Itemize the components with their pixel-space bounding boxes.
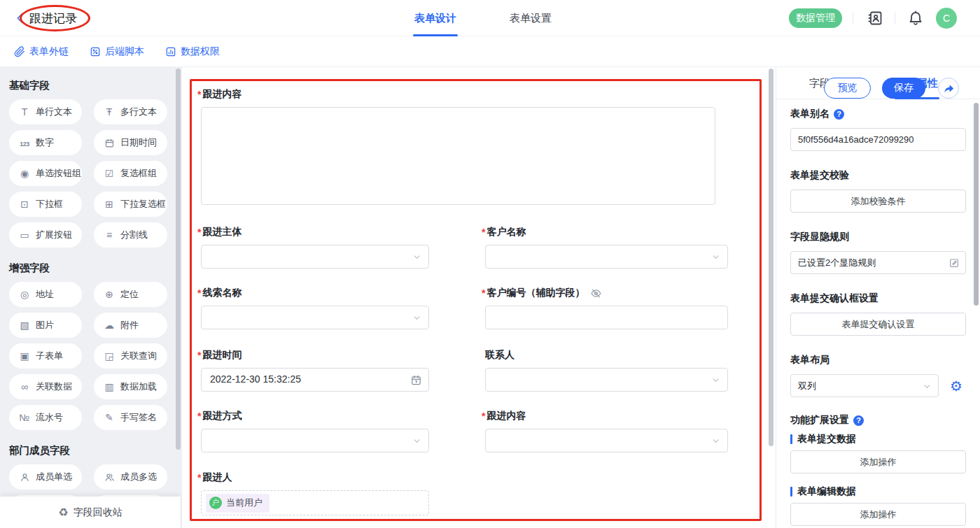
chevron-down-icon [922,381,932,392]
followup-method-select[interactable] [201,429,429,452]
canvas-scrollbar[interactable] [769,69,774,446]
current-user-tag[interactable]: 户 当前用户 [206,494,270,513]
sidebar-item-member-multi[interactable]: 成员多选 [94,464,167,490]
confirm-dialog-button[interactable]: 表单提交确认设置 [790,313,966,336]
sidebar-item-attachment[interactable]: ☁附件 [94,313,167,338]
sidebar-item-member-single[interactable]: 成员单选 [9,464,82,490]
sidebar-item-select[interactable]: ⊡下拉框 [9,192,82,217]
share-arrow-icon [943,83,955,94]
visibility-rules-section: 字段显隐规则 已设置2个显隐规则 [790,231,966,274]
form-designer-app: 跟进记录 表单设计 表单设置 数据管理 C 表单外链 后端脚本 数据权限 预览 … [0,0,980,528]
visibility-rules-value: 已设置2个显隐规则 [798,257,876,269]
label-text: 表单编辑数据 [797,485,856,498]
enhanced-fields-grid: ◎地址 ⊕定位 ▧图片 ☁附件 ▣子表单 ◲关联查询 ∞关联数据 ▥数据加载 №… [9,282,182,430]
sidebar-item-checkbox-group[interactable]: ☑复选框组 [94,161,167,186]
label-text: 跟进主体 [202,226,241,238]
sidebar-item-signature[interactable]: ✎手写签名 [94,405,167,430]
followup-subject-select[interactable] [201,245,429,269]
help-icon[interactable]: ? [834,109,844,120]
sidebar-item-datetime[interactable]: 日期时间 [94,130,167,155]
sidebar-item-multi-text[interactable]: Ŧ多行文本 [94,99,167,124]
datetime-value: 2022-12-30 15:32:25 [210,373,301,385]
basic-fields-grid: T单行文本 Ŧ多行文本 123数字 日期时间 ◉单选按钮组 ☑复选框组 ⊡下拉框… [9,99,182,248]
sidebar-item-ext-button[interactable]: ▭扩展按钮 [9,222,82,248]
followup-time-datepicker[interactable]: 2022-12-30 15:32:25 [201,368,429,392]
sidebar-item-data-load[interactable]: ▥数据加载 [94,374,167,399]
tab-form-design[interactable]: 表单设计 [407,0,463,36]
visibility-rules-box[interactable]: 已设置2个显隐规则 [790,251,966,274]
sidebar-item-radio-group[interactable]: ◉单选按钮组 [9,161,82,186]
sidebar-item-related-query[interactable]: ◲关联查询 [94,343,167,369]
multi-text-icon: Ŧ [103,107,115,117]
sidebar-scrollbar[interactable] [176,69,181,450]
preview-button[interactable]: 预览 [824,78,871,99]
field-palette-sidebar: 基础字段 T单行文本 Ŧ多行文本 123数字 日期时间 ◉单选按钮组 ☑复选框组… [0,67,182,528]
item-label: 附件 [120,319,139,331]
number-icon: 123 [18,138,31,148]
header-divider [853,12,853,24]
form-alias-input[interactable]: 5f0f556d4a16adce72099290 [790,128,966,151]
sidebar-item-divider[interactable]: ≡分割线 [94,222,167,248]
share-button[interactable] [938,78,959,99]
image-icon: ▧ [18,320,31,330]
tab-form-settings[interactable]: 表单设置 [503,0,559,36]
checkbox-group-icon: ☑ [103,169,115,178]
submit-check-section: 表单提交校验 添加校验条件 [790,169,966,213]
sidebar-item-serial[interactable]: №流水号 [9,405,82,430]
back-icon[interactable] [14,12,27,24]
add-action-edit-button[interactable]: 添加操作 [790,503,966,526]
item-label: 数据加载 [120,380,157,393]
sidebar-item-number[interactable]: 123数字 [9,130,82,155]
item-label: 流水号 [36,411,63,424]
panel-body: 表单别名? 5f0f556d4a16adce72099290 表单提交校验 添加… [776,99,980,526]
edit-data-group-label: 表单编辑数据 [790,485,966,498]
data-manage-button[interactable]: 数据管理 [789,8,842,28]
gear-icon[interactable]: ⚙ [950,379,962,393]
bell-icon[interactable] [907,10,924,27]
item-label: 分割线 [120,229,148,241]
followup-content-select[interactable] [485,429,728,452]
group-bar [790,434,792,444]
label-text: 联系人 [485,349,514,362]
add-check-condition-button[interactable]: 添加校验条件 [790,190,966,213]
help-icon[interactable]: ? [853,415,864,426]
item-label: 关联查询 [120,350,157,362]
submit-data-group-label: 表单提交数据 [790,433,966,445]
sidebar-item-multi-select[interactable]: ⊞下拉复选框 [94,192,167,217]
layout-select[interactable]: 双列 [790,374,939,397]
field-label-followup-content: 跟进内容 [197,87,241,101]
label-text: 跟进内容 [486,410,526,422]
data-permission-link[interactable]: 数据权限 [165,36,220,67]
panel-scrollbar[interactable] [974,103,979,306]
sidebar-item-subform[interactable]: ▣子表单 [9,343,82,369]
label-text: 线索名称 [202,287,241,299]
page-title[interactable]: 跟进记录 [29,10,77,27]
select-icon: ⊡ [18,199,31,209]
sidebar-item-related-data[interactable]: ∞关联数据 [9,374,82,399]
customer-name-select[interactable] [485,245,728,269]
item-label: 下拉框 [36,198,63,211]
sidebar-item-image[interactable]: ▧图片 [9,313,82,338]
lead-name-select[interactable] [201,306,429,329]
customer-code-input[interactable] [485,306,728,329]
sidebar-item-locate[interactable]: ⊕定位 [94,282,167,307]
edit-icon[interactable] [948,257,960,269]
user-avatar[interactable]: C [936,8,957,29]
sidebar-item-single-text[interactable]: T单行文本 [9,99,82,124]
related-data-icon: ∞ [18,382,31,392]
followup-content-textarea[interactable] [201,107,715,205]
label-text: 功能扩展设置 [790,414,849,427]
backend-script-link[interactable]: 后端脚本 [90,36,144,67]
field-recycle-bin[interactable]: ♻ 字段回收站 [0,497,181,528]
add-action-submit-button[interactable]: 添加操作 [790,450,966,473]
item-label: 多行文本 [120,106,157,118]
contact-select[interactable] [485,368,728,392]
save-button[interactable]: 保存 [882,78,925,99]
sidebar-item-address[interactable]: ◎地址 [9,282,82,307]
section-title-basic-fields: 基础字段 [9,79,182,92]
field-label-followup-person: 跟进人 [197,471,232,485]
label-text: 跟进人 [202,471,232,484]
contact-book-icon[interactable] [867,10,883,27]
followup-person-field[interactable]: 户 当前用户 [201,490,429,515]
form-external-link[interactable]: 表单外链 [14,36,69,67]
